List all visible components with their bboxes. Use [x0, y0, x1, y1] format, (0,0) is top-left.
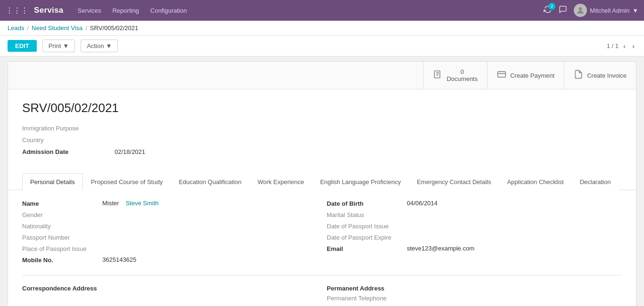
- edit-button[interactable]: EDIT: [8, 40, 37, 52]
- next-record-button[interactable]: ›: [630, 41, 636, 51]
- correspondence-address-title: Correspondence Address: [22, 285, 317, 292]
- top-action-row: 0 Documents Create Payment: [8, 62, 636, 89]
- immigration-purpose-label: Immigration Purpose: [22, 125, 107, 132]
- user-menu[interactable]: Mitchell Admin ▼: [574, 4, 638, 17]
- svg-point-0: [579, 7, 582, 10]
- name-value[interactable]: Steve Smith: [125, 200, 158, 207]
- dob-label: Date of Birth: [327, 200, 407, 207]
- refresh-badge: 2: [548, 3, 555, 10]
- marital-row: Marital Status: [327, 211, 622, 218]
- nav-services[interactable]: Services: [78, 7, 101, 14]
- passport-number-row: Passport Number: [22, 234, 317, 241]
- permanent-address-title: Permanent Address: [327, 285, 622, 292]
- dob-value: 04/06/2014: [407, 200, 438, 207]
- name-row: Name Mister Steve Smith: [22, 200, 317, 207]
- section-divider: [22, 275, 622, 275]
- print-dropdown-icon: ▼: [63, 42, 69, 49]
- tab-work-experience[interactable]: Work Experience: [249, 173, 312, 190]
- breadcrumb-leads[interactable]: Leads: [8, 24, 24, 32]
- tab-personal-details[interactable]: Personal Details: [22, 173, 83, 190]
- record-position: 1 / 1: [607, 42, 619, 49]
- documents-button[interactable]: 0 Documents: [423, 62, 487, 89]
- name-title: Mister: [102, 200, 119, 207]
- email-row: Email steve123@example.com: [327, 245, 622, 252]
- country-label: Country: [22, 137, 107, 144]
- content-section: Name Mister Steve Smith Gender Nationali…: [8, 190, 636, 306]
- tab-declaration[interactable]: Declaration: [572, 173, 619, 190]
- name-label: Name: [22, 200, 102, 207]
- mobile-row: Mobile No. 3625143625: [22, 256, 317, 264]
- email-value: steve123@example.com: [407, 245, 474, 252]
- documents-count: 0 Documents: [446, 68, 478, 82]
- personal-details-left: Name Mister Steve Smith Gender Nationali…: [22, 200, 317, 267]
- gender-row: Gender: [22, 211, 317, 218]
- chat-icon-btn[interactable]: [559, 5, 567, 16]
- tab-emergency-contact[interactable]: Emergency Contact Details: [409, 173, 499, 190]
- admission-date-row: Admission Date 02/18/2021: [22, 148, 622, 155]
- breadcrumb-sep-2: /: [85, 24, 87, 32]
- form-card: 0 Documents Create Payment: [8, 61, 636, 306]
- svg-rect-2: [498, 72, 506, 77]
- admission-date-label: Admission Date: [22, 148, 107, 155]
- place-passport-row: Place of Passport Issue: [22, 245, 317, 252]
- gender-label: Gender: [22, 211, 102, 218]
- create-invoice-button[interactable]: Create Invoice: [564, 62, 636, 89]
- form-title: SRV/005/02/2021: [22, 101, 622, 115]
- record-nav: 1 / 1 ‹ ›: [607, 41, 636, 51]
- permanent-telephone-label: Permanent Telephone: [327, 295, 622, 302]
- immigration-purpose-row: Immigration Purpose: [22, 125, 622, 132]
- action-bar: EDIT Print ▼ Action ▼ 1 / 1 ‹ ›: [0, 36, 644, 56]
- print-button[interactable]: Print ▼: [42, 40, 75, 52]
- tabs-container: Personal Details Proposed Course of Stud…: [8, 173, 636, 190]
- passport-expire-label: Date of Passport Expire: [327, 234, 407, 241]
- nav-configuration[interactable]: Configuration: [150, 7, 187, 14]
- tab-english-proficiency[interactable]: English Language Proficiency: [312, 173, 409, 190]
- tab-education-qualification[interactable]: Education Qualification: [171, 173, 249, 190]
- passport-issue-row: Date of Passport Issue: [327, 222, 622, 230]
- tab-proposed-course[interactable]: Proposed Course of Study: [83, 173, 171, 190]
- invoice-icon: [574, 70, 583, 81]
- grid-icon[interactable]: ⋮⋮⋮: [6, 6, 28, 15]
- payment-icon: [497, 70, 506, 81]
- print-label: Print: [49, 42, 61, 49]
- place-passport-label: Place of Passport Issue: [22, 245, 102, 252]
- breadcrumb-current: SRV/005/02/2021: [90, 24, 138, 32]
- refresh-icon-btn[interactable]: 2: [544, 5, 552, 16]
- admission-date-value: 02/18/2021: [115, 148, 145, 155]
- email-label: Email: [327, 245, 407, 252]
- action-label: Action: [87, 42, 104, 49]
- permanent-address-col: Permanent Address Permanent Telephone: [327, 285, 622, 302]
- user-avatar: [574, 4, 587, 17]
- form-body: SRV/005/02/2021 Immigration Purpose Coun…: [8, 89, 636, 173]
- brand-logo: Servisa: [34, 6, 64, 15]
- create-payment-button[interactable]: Create Payment: [487, 62, 564, 89]
- marital-label: Marital Status: [327, 211, 407, 218]
- personal-details-grid: Name Mister Steve Smith Gender Nationali…: [22, 200, 622, 267]
- correspondence-address-col: Correspondence Address: [22, 285, 317, 302]
- nationality-row: Nationality: [22, 222, 317, 230]
- breadcrumb-sep-1: /: [27, 24, 29, 32]
- action-dropdown-icon: ▼: [106, 42, 112, 49]
- breadcrumb-need-student-visa[interactable]: Need Student Visa: [32, 24, 83, 32]
- action-button[interactable]: Action ▼: [81, 40, 118, 52]
- passport-expire-row: Date of Passport Expire: [327, 234, 622, 241]
- passport-issue-label: Date of Passport Issue: [327, 222, 407, 230]
- create-payment-label: Create Payment: [510, 72, 554, 79]
- mobile-label: Mobile No.: [22, 256, 102, 264]
- user-dropdown-icon: ▼: [632, 7, 638, 14]
- tab-application-checklist[interactable]: Application Checklist: [499, 173, 572, 190]
- breadcrumb-bar: Leads / Need Student Visa / SRV/005/02/2…: [0, 21, 644, 36]
- topnav: ⋮⋮⋮ Servisa Services Reporting Configura…: [0, 0, 644, 21]
- create-invoice-label: Create Invoice: [587, 72, 627, 79]
- address-section: Correspondence Address Permanent Address…: [22, 285, 622, 302]
- prev-record-button[interactable]: ‹: [621, 41, 627, 51]
- main-content: 0 Documents Create Payment: [0, 56, 644, 306]
- passport-number-label: Passport Number: [22, 234, 102, 241]
- nav-reporting[interactable]: Reporting: [112, 7, 139, 14]
- dob-row: Date of Birth 04/06/2014: [327, 200, 622, 207]
- personal-details-right: Date of Birth 04/06/2014 Marital Status …: [327, 200, 622, 267]
- user-name: Mitchell Admin: [590, 7, 629, 14]
- documents-icon: [433, 70, 443, 81]
- topnav-right: 2 Mitchell Admin ▼: [544, 4, 638, 17]
- country-row: Country: [22, 137, 622, 144]
